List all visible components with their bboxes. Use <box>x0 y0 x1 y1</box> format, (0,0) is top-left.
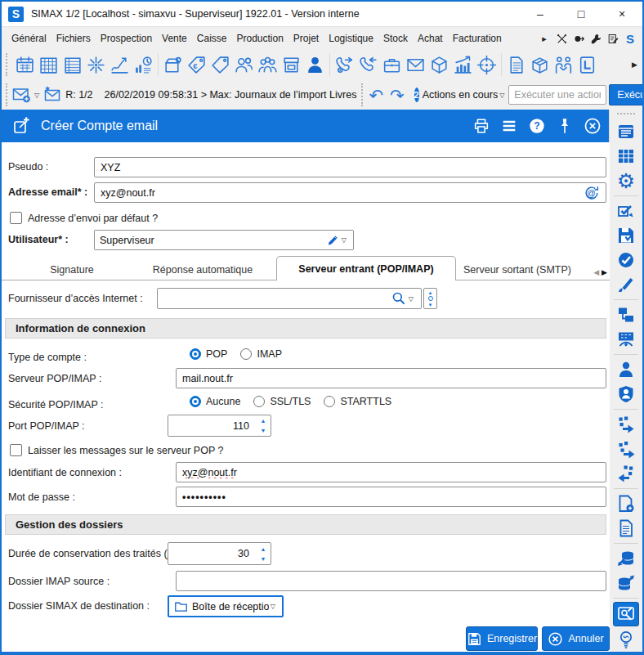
actionbar-drag-handle[interactable] <box>6 83 7 106</box>
radio-STARTTLS[interactable]: STARTTLS <box>324 396 391 407</box>
shop-icon[interactable] <box>280 52 303 77</box>
ledger-icon[interactable] <box>575 52 599 77</box>
print-icon[interactable] <box>472 117 490 136</box>
redo-icon[interactable]: ↷ <box>387 87 408 104</box>
user-blue-icon[interactable] <box>303 52 327 77</box>
cube-icon[interactable] <box>427 52 451 77</box>
mail-icon[interactable] <box>404 52 427 77</box>
stats-clock-icon[interactable] <box>132 52 155 77</box>
hamburger-menu-icon[interactable] <box>499 117 518 136</box>
favorite-mail-icon[interactable] <box>41 83 64 106</box>
phone-in-icon[interactable] <box>356 52 380 77</box>
group-icon[interactable] <box>256 52 280 77</box>
server-input[interactable]: mail.nout.fr <box>176 368 606 388</box>
maximize-button[interactable]: □ <box>561 2 602 26</box>
save-button[interactable]: Enregistrer <box>466 626 538 651</box>
phone-out-icon[interactable] <box>333 52 356 77</box>
default-send-checkbox[interactable] <box>10 212 22 224</box>
bar-chart-icon[interactable] <box>451 52 475 77</box>
tag-icon[interactable] <box>208 52 232 77</box>
document-icon[interactable] <box>504 52 528 77</box>
parcel-icon[interactable] <box>528 52 552 77</box>
search-icon[interactable] <box>391 290 407 307</box>
simax-folder-combo[interactable]: Boîte de réception ▽ <box>168 595 284 617</box>
list-icon[interactable] <box>60 52 84 77</box>
toolbar-drag-handle[interactable] <box>6 53 11 76</box>
new-mail-icon[interactable] <box>10 83 33 106</box>
imap-source-input[interactable] <box>176 571 606 591</box>
paintbrush-icon[interactable] <box>614 273 638 296</box>
close-window-button[interactable]: × <box>602 2 642 26</box>
validate-record-icon[interactable] <box>614 200 638 222</box>
tab-scroll-right-icon[interactable]: ▶ <box>602 268 607 276</box>
tab-reponse-automatique[interactable]: Réponse automatique <box>129 259 276 280</box>
email-input[interactable]: xyz@nout.fr @ <box>94 182 606 203</box>
toolbar-overflow-icon[interactable]: ▶ <box>632 61 637 69</box>
help-icon[interactable]: ? <box>527 117 546 136</box>
port-spinner[interactable]: 110 ▲▼ <box>168 415 271 437</box>
simax-folder-dropdown-icon[interactable]: ▽ <box>269 603 277 610</box>
email-at-icon[interactable]: @ <box>584 185 600 201</box>
radio-IMAP[interactable]: IMAP <box>240 348 282 360</box>
retention-spinner[interactable]: 30 ▲▼ <box>168 542 271 565</box>
radio-Aucune[interactable]: Aucune <box>190 396 240 407</box>
minimize-button[interactable]: – <box>520 2 561 26</box>
db-export-icon[interactable] <box>614 572 638 594</box>
journal-icon[interactable] <box>606 31 620 46</box>
undo-icon[interactable]: ↶ <box>365 87 387 104</box>
table-view-icon[interactable] <box>614 145 638 168</box>
menu-item-6[interactable]: Projet <box>288 33 324 44</box>
tip-icon[interactable] <box>614 628 638 651</box>
calendar-icon[interactable] <box>13 52 37 77</box>
menu-item-10[interactable]: Facturation <box>448 33 507 44</box>
handshake-icon[interactable] <box>552 52 575 77</box>
new-document-icon[interactable] <box>614 492 638 515</box>
form-preview-icon[interactable] <box>614 328 638 351</box>
user-rights-icon[interactable] <box>614 383 638 406</box>
tab-serveur-entrant[interactable]: Serveur entrant (POP/IMAP) <box>276 256 456 280</box>
user-dropdown-icon[interactable]: ▽ <box>340 236 348 244</box>
new-mail-dropdown-icon[interactable]: ▽ <box>33 92 41 99</box>
provider-nav-button[interactable]: ▲▼ <box>423 288 437 309</box>
record-view-icon[interactable] <box>614 120 638 143</box>
menu-item-0[interactable]: Général <box>7 33 51 44</box>
menu-item-8[interactable]: Stock <box>378 33 413 44</box>
default-send-label[interactable]: Adresse d’envoi par défaut ? <box>28 213 158 224</box>
retention-spinner-arrows[interactable]: ▲▼ <box>256 546 271 562</box>
tools-icon[interactable] <box>554 31 569 46</box>
execute-action-input[interactable] <box>508 85 606 105</box>
leave-messages-checkbox[interactable] <box>10 444 22 456</box>
password-input[interactable]: •••••••••• <box>176 487 606 507</box>
document-plain-icon[interactable] <box>614 517 638 540</box>
edit-user-icon[interactable] <box>326 233 340 247</box>
approve-icon[interactable] <box>614 249 638 271</box>
pseudo-input[interactable]: XYZ <box>94 157 606 177</box>
target-icon[interactable] <box>475 52 499 77</box>
menu-overflow-icon[interactable]: ▸ <box>537 31 552 46</box>
menu-item-5[interactable]: Production <box>231 33 288 44</box>
cancel-button[interactable]: Annuler <box>542 626 610 651</box>
related-tables-icon[interactable] <box>614 303 638 326</box>
design-tool-icon[interactable] <box>613 602 639 626</box>
user-combo[interactable]: Superviseur ▽ <box>94 230 354 250</box>
tab-signature[interactable]: Signature <box>15 259 129 280</box>
menu-item-9[interactable]: Achat <box>413 33 448 44</box>
radio-POP[interactable]: POP <box>190 348 227 360</box>
save-record-icon[interactable] <box>614 224 638 247</box>
provider-input[interactable]: ▽ <box>157 288 422 309</box>
settings-gear-icon[interactable]: ⚙ <box>614 169 638 192</box>
menu-item-2[interactable]: Prospection <box>96 33 157 44</box>
menu-item-3[interactable]: Vente <box>157 33 192 44</box>
db-import-icon[interactable] <box>614 547 638 570</box>
actions-dropdown-icon[interactable]: ▽ <box>498 92 506 99</box>
execute-button[interactable]: Exécuter <box>609 84 644 105</box>
user-icon[interactable] <box>614 358 638 381</box>
leave-messages-label[interactable]: Laisser les messages sur le serveur POP … <box>28 445 223 456</box>
euro-tag-icon[interactable]: € <box>185 52 208 77</box>
plugin-icon[interactable] <box>571 31 586 46</box>
briefcase-icon[interactable] <box>380 52 404 77</box>
wrench-icon[interactable] <box>588 31 603 46</box>
menu-item-4[interactable]: Caisse <box>192 33 232 44</box>
close-dialog-icon[interactable] <box>583 117 602 136</box>
tab-serveur-sortant[interactable]: Serveur sortant (SMTP) <box>456 259 579 280</box>
